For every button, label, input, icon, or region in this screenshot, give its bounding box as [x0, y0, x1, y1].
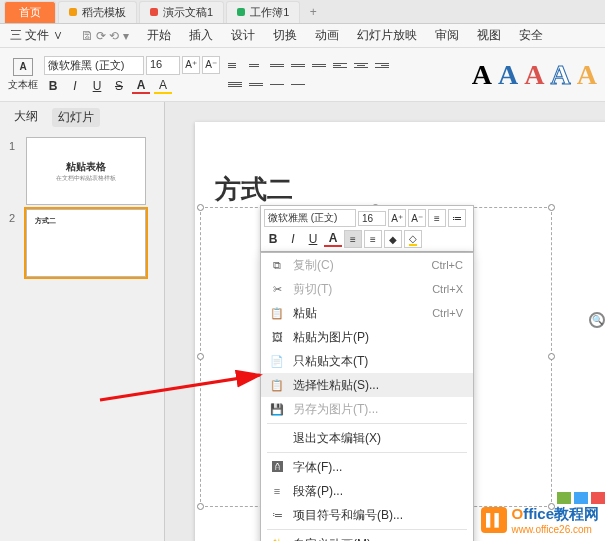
ctx-paste[interactable]: 📋粘贴Ctrl+V: [261, 301, 473, 325]
wordart-2[interactable]: A: [498, 59, 518, 91]
wordart-5[interactable]: A: [577, 59, 597, 91]
quick-icons[interactable]: 🖺 ⟳ ⟲ ▾: [81, 29, 129, 43]
ctx-paste-special[interactable]: 📋选择性粘贴(S)...: [261, 373, 473, 397]
ctx-separator: [267, 423, 467, 424]
calendar-icon[interactable]: [591, 492, 605, 504]
ctx-bullets[interactable]: ≔项目符号和编号(B)...: [261, 503, 473, 527]
align-justify-btn[interactable]: [226, 76, 244, 92]
ctx-separator: [267, 529, 467, 530]
ribbon-security[interactable]: 安全: [519, 27, 543, 44]
mini-toolbar: 微软雅黑 (正文) 16 A⁺ A⁻ ≡ ≔ B I U A ≡ ≡ ◆ ◇: [260, 205, 474, 252]
ribbon-transition[interactable]: 切换: [273, 27, 297, 44]
insert-chart-icons[interactable]: [557, 492, 605, 504]
font-icon: 🅰: [269, 459, 285, 475]
watermark: ▌▌ Office教程网 www.office26.com: [481, 505, 599, 535]
decrease-font[interactable]: A⁻: [202, 56, 220, 74]
wordart-4[interactable]: A: [551, 59, 571, 91]
font-group: 微软雅黑 (正文) 16 A⁺ A⁻ B I U S A A: [44, 56, 220, 94]
tab-icon: [237, 8, 245, 16]
chart-icon[interactable]: [574, 492, 588, 504]
line-spacing-btn[interactable]: [310, 57, 328, 73]
slide-title-text[interactable]: 方式二: [215, 172, 293, 207]
paste-special-icon: 📋: [269, 377, 285, 393]
align-v-btn[interactable]: [289, 76, 307, 92]
ctx-copy[interactable]: ⧉复制(C)Ctrl+C: [261, 253, 473, 277]
mini-underline[interactable]: U: [304, 232, 322, 246]
mini-bold[interactable]: B: [264, 232, 282, 246]
mini-font-color[interactable]: A: [324, 231, 342, 247]
ctx-save-pic[interactable]: 💾另存为图片(T)...: [261, 397, 473, 421]
mini-numbering[interactable]: ≔: [448, 209, 466, 227]
table-icon[interactable]: [557, 492, 571, 504]
ctx-paragraph[interactable]: ≡段落(P)...: [261, 479, 473, 503]
textbox-button[interactable]: A 文本框: [8, 58, 38, 92]
slide-thumb-1[interactable]: 1 粘贴表格 在文档中粘贴表格样板: [26, 137, 146, 205]
ctx-custom-anim[interactable]: ✨自定义动画(M)...: [261, 532, 473, 541]
ctx-paste-pic[interactable]: 🖼粘贴为图片(P): [261, 325, 473, 349]
text-dir-btn[interactable]: [268, 76, 286, 92]
columns-btn[interactable]: [247, 76, 265, 92]
mini-align[interactable]: ≡: [344, 230, 362, 248]
mini-font-size[interactable]: 16: [358, 211, 386, 226]
mini-fill[interactable]: ◆: [384, 230, 402, 248]
numbering-btn[interactable]: [247, 57, 265, 73]
mini-inc-font[interactable]: A⁺: [388, 209, 406, 227]
align-left-btn[interactable]: [331, 57, 349, 73]
align-right-btn[interactable]: [373, 57, 391, 73]
para-icon: ≡: [269, 483, 285, 499]
mini-font-name[interactable]: 微软雅黑 (正文): [264, 209, 356, 227]
ribbon-review[interactable]: 审阅: [435, 27, 459, 44]
tab-icon: [69, 8, 77, 16]
ctx-paste-text[interactable]: 📄只粘贴文本(T): [261, 349, 473, 373]
ctx-font[interactable]: 🅰字体(F)...: [261, 455, 473, 479]
tab-workbook[interactable]: 工作簿1: [226, 1, 300, 23]
outline-tab[interactable]: 大纲: [14, 108, 38, 127]
underline-button[interactable]: U: [88, 79, 106, 93]
cut-icon: ✂: [269, 281, 285, 297]
ribbon-view[interactable]: 视图: [477, 27, 501, 44]
ribbon-animation[interactable]: 动画: [315, 27, 339, 44]
font-name-select[interactable]: 微软雅黑 (正文): [44, 56, 144, 75]
font-color-button[interactable]: A: [132, 78, 150, 94]
slides-tab[interactable]: 幻灯片: [52, 108, 100, 127]
bold-button[interactable]: B: [44, 79, 62, 93]
highlight-button[interactable]: A: [154, 78, 172, 94]
slide-thumb-2[interactable]: 2 方式二: [26, 209, 146, 277]
watermark-url: www.office26.com: [511, 524, 599, 535]
font-size-select[interactable]: 16: [146, 56, 180, 75]
increase-font[interactable]: A⁺: [182, 56, 200, 74]
file-menu[interactable]: 三 文件 ∨: [10, 27, 63, 44]
align-center-btn[interactable]: [352, 57, 370, 73]
mini-bullets[interactable]: ≡: [428, 209, 446, 227]
mini-dec-font[interactable]: A⁻: [408, 209, 426, 227]
ctx-cut[interactable]: ✂剪切(T)Ctrl+X: [261, 277, 473, 301]
ctx-exit-edit[interactable]: 退出文本编辑(X): [261, 426, 473, 450]
mini-italic[interactable]: I: [284, 232, 302, 246]
tab-home[interactable]: 首页: [4, 1, 56, 23]
ribbon-begin[interactable]: 开始: [147, 27, 171, 44]
indent-dec-btn[interactable]: [268, 57, 286, 73]
tab-template[interactable]: 稻壳模板: [58, 1, 137, 23]
toolbar: A 文本框 微软雅黑 (正文) 16 A⁺ A⁻ B I U S A A: [0, 48, 605, 102]
context-menu: ⧉复制(C)Ctrl+C ✂剪切(T)Ctrl+X 📋粘贴Ctrl+V 🖼粘贴为…: [260, 252, 474, 541]
ribbon-design[interactable]: 设计: [231, 27, 255, 44]
mini-align2[interactable]: ≡: [364, 230, 382, 248]
indent-inc-btn[interactable]: [289, 57, 307, 73]
ribbon-slideshow[interactable]: 幻灯片放映: [357, 27, 417, 44]
ribbon-insert[interactable]: 插入: [189, 27, 213, 44]
mini-fill-color[interactable]: ◇: [404, 230, 422, 248]
speaker-icon[interactable]: 🔍: [589, 312, 605, 328]
strike-button[interactable]: S: [110, 79, 128, 93]
paste-icon: 📋: [269, 305, 285, 321]
bullets-btn[interactable]: [226, 57, 244, 73]
wordart-3[interactable]: A: [524, 59, 544, 91]
tab-icon: [150, 8, 158, 16]
new-tab-button[interactable]: +: [302, 5, 324, 19]
wordart-1[interactable]: A: [472, 59, 492, 91]
textbox-icon: A: [13, 58, 33, 76]
italic-button[interactable]: I: [66, 79, 84, 93]
paste-pic-icon: 🖼: [269, 329, 285, 345]
document-tabs: 首页 稻壳模板 演示文稿1 工作簿1 +: [0, 0, 605, 24]
tab-presentation[interactable]: 演示文稿1: [139, 1, 224, 23]
anim-icon: ✨: [269, 536, 285, 541]
